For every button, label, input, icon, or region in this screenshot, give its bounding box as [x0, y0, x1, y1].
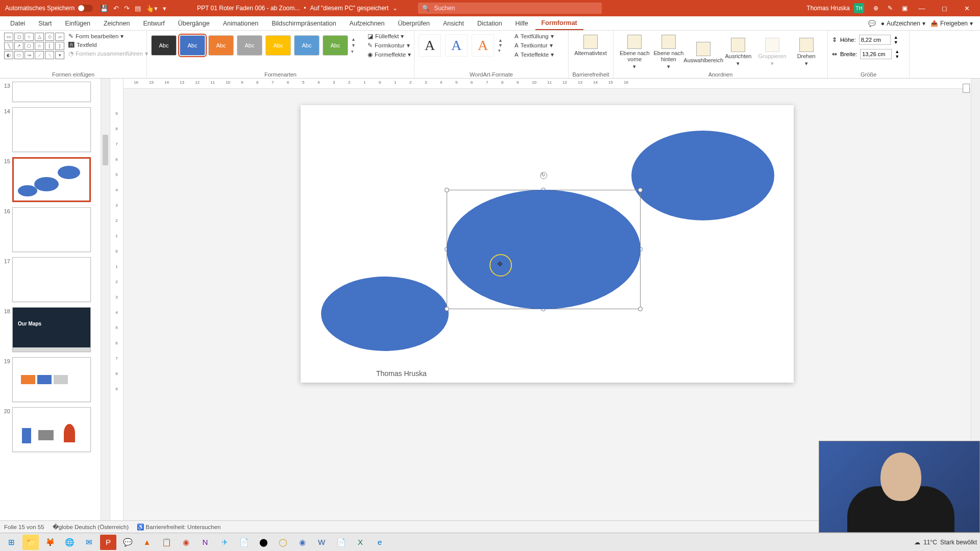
gallery-down-icon[interactable]: ▼	[351, 43, 358, 48]
toggle-switch[interactable]	[78, 5, 93, 12]
width-down[interactable]: ▼	[895, 54, 899, 59]
firefox-icon[interactable]: 🦊	[42, 535, 58, 550]
app-icon-7[interactable]: ◉	[294, 535, 310, 550]
touch-icon[interactable]: 👆▾	[146, 5, 158, 12]
rotate-button[interactable]: Drehen▾	[789, 33, 823, 70]
tab-aufzeichnen[interactable]: Aufzeichnen	[344, 17, 391, 30]
language-status[interactable]: �globe Deutsch (Österreich)	[53, 523, 129, 531]
tab-start[interactable]: Start	[32, 17, 58, 30]
style-5[interactable]: Abc	[265, 35, 291, 56]
handle-se[interactable]	[638, 307, 643, 311]
cloud-icon[interactable]: ⊕	[873, 5, 878, 12]
shape-fill-button[interactable]: ◪ Fülleffekt ▾	[368, 33, 411, 40]
wa-3[interactable]: A	[472, 34, 494, 57]
thumbnail-pane[interactable]: 13 14 15 16 17 18 Our Maps 19 20	[0, 79, 110, 520]
start-button[interactable]: ⊞	[3, 535, 19, 550]
tab-dictation[interactable]: Dictation	[471, 17, 508, 30]
handle-ne[interactable]	[638, 188, 643, 192]
notes-thumbnail[interactable]	[963, 84, 970, 93]
search-box[interactable]: 🔍 Suchen	[418, 3, 602, 14]
tab-entwurf[interactable]: Entwurf	[137, 17, 170, 30]
user-name[interactable]: Thomas Hruska	[806, 5, 850, 12]
thumb-14[interactable]: 14	[1, 107, 108, 152]
tab-zeichnen[interactable]: Zeichnen	[97, 17, 136, 30]
word-icon[interactable]: W	[313, 535, 330, 550]
style-1[interactable]: Abc	[151, 35, 177, 56]
slide[interactable]: Thomas Hruska	[301, 105, 794, 383]
tab-bildschirm[interactable]: Bildschirmpräsentation	[265, 17, 342, 30]
edit-shape-button[interactable]: ✎ Form bearbeiten ▾	[68, 33, 148, 40]
align-button[interactable]: Ausrichten▾	[721, 33, 755, 70]
saved-status[interactable]: Auf "diesem PC" gespeichert	[310, 5, 389, 12]
redo-icon[interactable]: ↷	[124, 5, 130, 12]
save-icon[interactable]: 💾	[100, 5, 108, 12]
app-icon-4[interactable]: 📄	[236, 535, 252, 550]
ellipse-shape-1[interactable]	[321, 277, 449, 351]
handle-sw[interactable]	[445, 307, 449, 311]
record-button[interactable]: ● Aufzeichnen ▾	[881, 20, 925, 27]
bring-forward-button[interactable]: Ebene nach vorne▾	[618, 33, 652, 70]
share-button[interactable]: 📤 Freigeben ▾	[930, 20, 973, 27]
alt-text-button[interactable]: Alternativtext	[573, 33, 608, 56]
style-3[interactable]: Abc	[208, 35, 234, 56]
edge-icon[interactable]: e	[372, 535, 388, 550]
thumb-scrollbar[interactable]	[101, 79, 110, 520]
style-4[interactable]: Abc	[237, 35, 262, 56]
undo-icon[interactable]: ↶	[113, 5, 119, 12]
pen-icon[interactable]: ✎	[888, 5, 893, 12]
thumb-19[interactable]: 19	[1, 357, 108, 402]
shape-style-gallery[interactable]: Abc Abc Abc Abc Abc Abc Abc ▲ ▼ ▾	[151, 35, 358, 56]
maximize-button[interactable]: ◻	[933, 5, 955, 12]
vlc-icon[interactable]: ▲	[139, 535, 155, 550]
wa-more-icon[interactable]: ▾	[498, 48, 505, 53]
comments-icon[interactable]: 💬	[868, 20, 876, 27]
selection-pane-button[interactable]: Auswahlbereich	[685, 33, 721, 70]
window-icon[interactable]: ▣	[902, 5, 908, 12]
accessibility-status[interactable]: ♿ Barrierefreiheit: Untersuchen	[137, 523, 220, 531]
thumb-15[interactable]: 15	[1, 157, 108, 202]
present-icon[interactable]: ▤	[135, 5, 141, 12]
telegram-icon[interactable]: ✈	[216, 535, 233, 550]
shape-effects-button[interactable]: ◉ Formeffekte ▾	[368, 51, 411, 58]
height-input[interactable]	[859, 35, 891, 45]
horizontal-ruler[interactable]: 161514 131211 1098 765 432 101 234 567 8…	[124, 79, 971, 89]
onenote-icon[interactable]: N	[197, 535, 213, 550]
wa-2[interactable]: A	[445, 34, 468, 57]
tab-datei[interactable]: Datei	[4, 17, 31, 30]
minimize-button[interactable]: —	[911, 5, 933, 12]
tab-hilfe[interactable]: Hilfe	[509, 17, 534, 30]
ellipse-shape-2-selected[interactable]	[447, 190, 641, 309]
text-effects-button[interactable]: A Texteffekte ▾	[514, 51, 554, 58]
vertical-ruler[interactable]: 987 654 321 012 345 678 9	[110, 79, 124, 520]
app-icon-5[interactable]: ⬤	[255, 535, 272, 550]
chevron-down-icon[interactable]: ⌄	[393, 5, 398, 12]
app-icon-8[interactable]: 📄	[333, 535, 349, 550]
app-icon-2[interactable]: 📋	[158, 535, 175, 550]
user-avatar[interactable]: TH	[854, 3, 864, 13]
shapes-gallery[interactable]: ▭◻○△◇▱ ╲↗⬡☆{} ◐⬭↝⟋⟍▾	[4, 33, 64, 59]
powerpoint-icon[interactable]: P	[100, 535, 116, 550]
ellipse-shape-3[interactable]	[631, 131, 774, 220]
thumb-13[interactable]: 13	[1, 82, 108, 102]
wordart-gallery[interactable]: A A A ▲ ▼ ▾	[419, 34, 505, 57]
document-name[interactable]: PPT 01 Roter Faden 006 - ab Zoom...	[197, 5, 300, 12]
style-2[interactable]: Abc	[180, 35, 205, 56]
width-input[interactable]	[860, 49, 892, 59]
rotation-handle[interactable]	[540, 172, 547, 179]
app-icon-3[interactable]: ◉	[178, 535, 194, 550]
text-fill-button[interactable]: A Textfüllung ▾	[514, 33, 554, 40]
tab-ueberpruefen[interactable]: Überprüfen	[391, 17, 436, 30]
weather-widget[interactable]: ☁ 11°C Stark bewölkt	[914, 539, 977, 546]
thumb-20[interactable]: 20	[1, 407, 108, 452]
tab-formformat[interactable]: Formformat	[535, 17, 583, 30]
outlook-icon[interactable]: ✉	[81, 535, 97, 550]
height-up[interactable]: ▲	[894, 35, 898, 40]
tab-uebergaenge[interactable]: Übergänge	[172, 17, 216, 30]
autosave-toggle[interactable]: Automatisches Speichern	[5, 5, 93, 12]
shape-outline-button[interactable]: ✎ Formkontur ▾	[368, 42, 411, 49]
excel-icon[interactable]: X	[352, 535, 369, 550]
app-icon-1[interactable]: 💬	[119, 535, 136, 550]
wa-up-icon[interactable]: ▲	[498, 38, 505, 43]
height-down[interactable]: ▼	[894, 40, 898, 45]
wa-down-icon[interactable]: ▼	[498, 43, 505, 48]
